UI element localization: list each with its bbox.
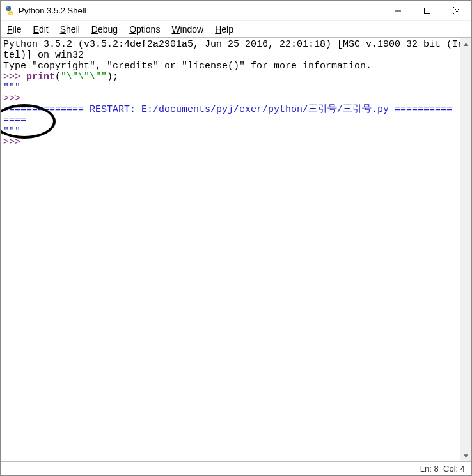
shell-area[interactable]: Python 3.5.2 (v3.5.2:4def2a2901a5, Jun 2… [1, 38, 471, 461]
menu-edit[interactable]: Edit [33, 24, 49, 35]
output-line: """ [3, 126, 20, 137]
menu-options[interactable]: Options [129, 24, 160, 35]
python-shell-window: Python 3.5.2 Shell File Edit Shell Debug… [0, 0, 472, 476]
banner-line: Type "copyright", "credits" or "license(… [3, 61, 372, 72]
window-title: Python 3.5.2 Shell [19, 6, 383, 15]
menu-debug[interactable]: Debug [91, 24, 118, 35]
menubar: File Edit Shell Debug Options Window Hel… [1, 21, 471, 38]
shell-text[interactable]: Python 3.5.2 (v3.5.2:4def2a2901a5, Jun 2… [1, 38, 460, 461]
col-value: 4 [460, 464, 465, 473]
prompt: >>> [3, 137, 26, 148]
prompt: >>> [3, 72, 26, 82]
python-icon [4, 6, 15, 16]
code-paren: ( [55, 72, 61, 82]
menu-window[interactable]: Window [171, 24, 203, 35]
prompt: >>> [3, 93, 26, 104]
code-paren: ) [107, 72, 113, 82]
ln-label: Ln: [420, 464, 432, 473]
restart-line: ============== RESTART: E:/documents/pyj… [3, 104, 452, 115]
vertical-scrollbar[interactable]: ▲ ▼ [460, 38, 471, 461]
menu-file[interactable]: File [7, 24, 22, 35]
code-keyword: print [26, 72, 55, 82]
banner-line: Python 3.5.2 (v3.5.2:4def2a2901a5, Jun 2… [3, 39, 460, 50]
ln-value: 8 [434, 464, 439, 473]
code-semi: ; [113, 72, 118, 82]
statusbar: Ln: 8 Col: 4 [1, 461, 471, 475]
close-button[interactable] [442, 1, 471, 20]
output-line: """ [3, 82, 20, 93]
svg-rect-1 [8, 11, 13, 15]
banner-line: tel)] on win32 [3, 50, 84, 61]
restart-line: ==== [3, 115, 26, 126]
maximize-button[interactable] [413, 1, 442, 20]
svg-point-2 [7, 7, 8, 8]
code-string: "\"\"\"" [61, 72, 107, 82]
window-controls [383, 1, 471, 20]
svg-rect-0 [6, 6, 11, 11]
minimize-button[interactable] [383, 1, 413, 20]
svg-point-3 [11, 13, 12, 15]
menu-help[interactable]: Help [215, 24, 233, 35]
menu-shell[interactable]: Shell [60, 24, 80, 35]
scroll-up-icon[interactable]: ▲ [460, 38, 471, 49]
col-label: Col: [443, 464, 458, 473]
svg-rect-5 [425, 8, 430, 13]
scroll-down-icon[interactable]: ▼ [460, 450, 471, 461]
titlebar: Python 3.5.2 Shell [1, 1, 471, 21]
